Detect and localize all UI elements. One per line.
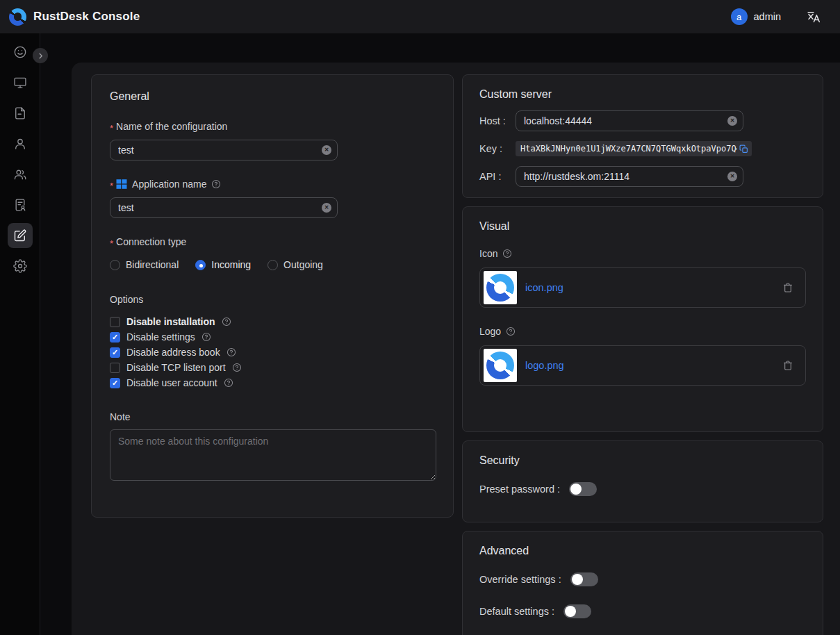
connection-type-group: Bidirectional Incoming Outgoing [110,259,435,270]
default-settings-label: Default settings : [479,606,554,617]
preset-password-toggle[interactable] [569,482,597,496]
icon-file-link[interactable]: icon.png [525,282,563,293]
visual-card: Visual Icon icon.png Logo [462,206,823,432]
clear-icon[interactable]: ✕ [322,145,331,155]
right-column: Custom server Host : ✕ Key : HtaXBkJNHyn… [462,74,823,635]
radio-icon-selected[interactable] [195,260,206,270]
options-group: Disable installation Disable settings Di… [110,314,435,390]
checkbox-checked[interactable] [110,347,120,358]
help-icon[interactable] [506,327,516,336]
default-settings-toggle[interactable] [563,604,591,618]
advanced-title: Advanced [479,545,806,557]
note-textarea[interactable] [110,429,436,481]
checkbox-unchecked[interactable] [110,363,120,373]
help-icon[interactable] [232,363,242,372]
rustdesk-logo-icon [486,274,514,302]
help-icon[interactable] [224,378,233,388]
option-disable-user-account: Disable user account [110,375,435,390]
required-asterisk: * [110,123,113,133]
radio-icon[interactable] [267,260,278,270]
default-settings-row: Default settings : [479,604,806,618]
radio-outgoing[interactable]: Outgoing [267,259,323,270]
checkbox-checked[interactable] [110,332,120,343]
gear-icon [13,259,27,273]
required-asterisk: * [110,181,113,191]
host-field: ✕ [516,110,743,131]
clear-icon[interactable]: ✕ [727,172,737,181]
sidebar-item-devices[interactable] [8,70,33,95]
sidebar-item-audit[interactable] [8,192,33,217]
radio-incoming[interactable]: Incoming [195,259,251,270]
help-icon[interactable] [227,347,236,357]
app-title: RustDesk Console [33,10,140,24]
clear-icon[interactable]: ✕ [727,116,737,126]
key-label: Key : [479,143,516,154]
override-settings-toggle[interactable] [570,572,598,586]
general-card: General * Name of the configuration ✕ * … [91,74,454,518]
smiley-icon [13,45,27,59]
sidebar-item-overview[interactable] [8,40,33,65]
application-name-label: * Application name [110,179,435,190]
trash-icon[interactable] [782,282,793,293]
security-title: Security [479,454,806,467]
sidebar-item-documents[interactable] [8,101,33,126]
option-disable-installation: Disable installation [110,314,435,329]
radio-bidirectional[interactable]: Bidirectional [110,259,179,270]
logo-label: Logo [479,326,806,337]
translate-icon[interactable] [806,10,821,24]
key-value: HtaXBkJNHyn0e1U1jWXze7A7CN7QTGWqxkOtpaVp… [520,144,737,154]
document-user-icon [13,198,27,212]
api-row: API : ✕ [479,166,806,187]
document-icon [13,106,27,120]
help-icon[interactable] [502,249,512,258]
application-name-field: ✕ [110,197,338,218]
host-label: Host : [479,115,516,126]
copy-icon[interactable] [739,145,748,154]
icon-thumbnail [484,271,517,304]
note-label: Note [110,411,435,422]
monitor-icon [13,76,27,90]
checkbox-unchecked[interactable] [110,317,120,327]
sidebar-item-settings[interactable] [8,254,33,279]
sidebar-collapse-button[interactable] [33,48,48,63]
visual-title: Visual [479,220,806,233]
main-content: General * Name of the configuration ✕ * … [72,63,840,635]
help-icon[interactable] [211,179,221,189]
sidebar-item-users[interactable] [8,131,33,156]
host-input[interactable] [516,110,743,131]
user-avatar[interactable]: a [731,8,748,25]
advanced-card: Advanced Override settings : Default set… [462,531,823,635]
config-name-label: * Name of the configuration [110,121,435,132]
option-disable-address-book: Disable address book [110,345,435,360]
logo-file-link[interactable]: logo.png [525,360,564,371]
api-label: API : [479,171,516,182]
config-name-input[interactable] [110,140,338,160]
custom-server-title: Custom server [479,88,806,101]
username[interactable]: admin [754,11,782,22]
api-field: ✕ [516,166,743,187]
custom-server-card: Custom server Host : ✕ Key : HtaXBkJNHyn… [462,74,823,198]
trash-icon[interactable] [782,360,793,371]
override-settings-row: Override settings : [479,572,806,586]
preset-password-label: Preset password : [479,484,560,495]
help-icon[interactable] [222,317,231,327]
help-icon[interactable] [201,332,211,342]
sidebar-item-custom-client[interactable] [8,223,33,248]
user-icon [13,137,27,151]
app-shell: General * Name of the configuration ✕ * … [0,33,840,635]
clear-icon[interactable]: ✕ [322,203,331,213]
logo-thumbnail [484,349,517,382]
connection-type-label: * Connection type [110,236,435,247]
option-disable-settings: Disable settings [110,329,435,345]
application-name-input[interactable] [110,197,338,218]
preset-password-row: Preset password : [479,482,806,496]
rustdesk-logo-icon [486,352,514,379]
edit-icon [13,229,27,242]
sidebar-item-groups[interactable] [8,162,33,187]
key-value-box: HtaXBkJNHyn0e1U1jWXze7A7CN7QTGWqxkOtpaVp… [516,141,752,156]
radio-icon[interactable] [110,260,120,270]
windows-logo-icon [116,179,127,190]
checkbox-checked[interactable] [110,378,120,388]
api-input[interactable] [516,166,743,187]
icon-label: Icon [479,248,806,259]
